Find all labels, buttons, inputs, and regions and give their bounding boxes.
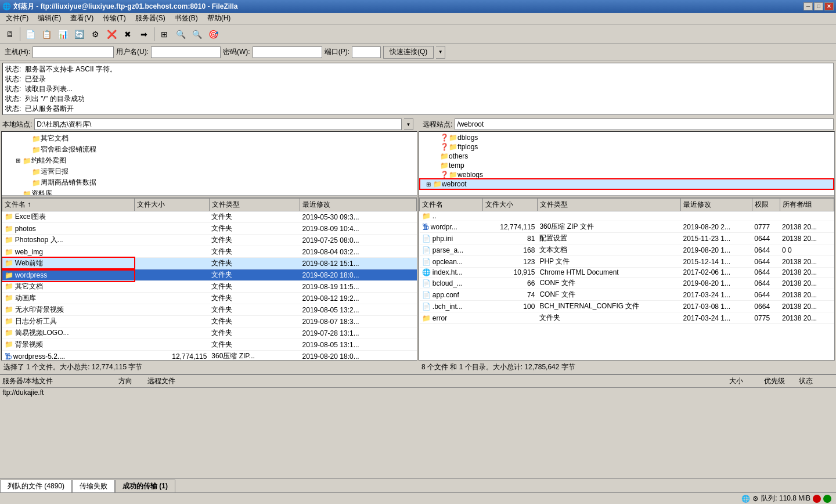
local-file-row[interactable]: 📁 wordpress 文件夹 2019-08-20 18:0... bbox=[2, 269, 417, 281]
file-owner: 0 0 bbox=[780, 244, 834, 256]
file-modified: 2019-08-05 13:2... bbox=[300, 304, 417, 316]
toolbar-btn-cancel[interactable]: ❌ bbox=[104, 27, 119, 42]
remote-file-row[interactable]: 📄 php.ini 81 配置设置 2015-11-23 1... 0644 2… bbox=[420, 233, 834, 244]
menu-file[interactable]: 文件(F) bbox=[1, 12, 33, 24]
col-filesize[interactable]: 文件大小 bbox=[134, 199, 209, 211]
local-file-row[interactable]: 📁 背景视频 文件夹 2019-08-05 13:1... bbox=[2, 339, 417, 351]
tab-queued[interactable]: 列队的文件 (4890) bbox=[0, 480, 72, 492]
file-size: 81 bbox=[483, 233, 537, 244]
local-tree-item-sales[interactable]: 📁 周期商品销售数据 bbox=[3, 177, 416, 188]
close-button[interactable]: ✕ bbox=[824, 2, 834, 10]
col-priority: 优先级 bbox=[764, 376, 799, 386]
local-path-dropdown[interactable]: ▼ bbox=[404, 118, 413, 130]
local-file-row[interactable]: 📁 无水印背景视频 文件夹 2019-08-05 13:2... bbox=[2, 304, 417, 316]
local-file-row[interactable]: 📁 其它文档 文件夹 2019-08-19 11:5... bbox=[2, 281, 417, 293]
local-file-row[interactable]: 📁 web_img 文件夹 2019-08-04 03:2... bbox=[2, 246, 417, 258]
remote-file-area[interactable]: 文件名 文件大小 文件类型 最近修改 权限 所有者/组 📁 .. 🗜 wordp… bbox=[419, 198, 834, 360]
remote-tree-item-weblogs[interactable]: ❓📁 weblogs bbox=[420, 170, 833, 179]
pass-input[interactable] bbox=[253, 46, 322, 58]
remote-file-row[interactable]: 📄 parse_a... 168 文本文档 2019-08-20 1... 06… bbox=[420, 244, 834, 256]
menu-transfer[interactable]: 传输(T) bbox=[98, 12, 130, 24]
col-filesize[interactable]: 文件大小 bbox=[483, 199, 537, 211]
menu-view[interactable]: 查看(V) bbox=[66, 12, 98, 24]
local-tree-item-other-docs[interactable]: 📁 其它文档 bbox=[3, 133, 416, 144]
local-file-row[interactable]: 📁 Excel图表 文件夹 2019-05-30 09:3... bbox=[2, 211, 417, 223]
local-tree[interactable]: 📁 其它文档 📁 宿舍租金报销流程 ⊞ 📁 约蛙外卖图 bbox=[2, 132, 417, 196]
toolbar-btn-1[interactable]: 📄 bbox=[23, 27, 38, 42]
file-type: 文件夹 bbox=[209, 269, 300, 281]
file-modified: 2019-08-20 18:0... bbox=[300, 351, 417, 361]
tab-failed[interactable]: 传输失败 bbox=[72, 480, 115, 492]
local-file-row[interactable]: 📁 日志分析工具 文件夹 2019-08-07 18:3... bbox=[2, 316, 417, 327]
connection-status-icon2 bbox=[823, 495, 831, 503]
col-perms[interactable]: 权限 bbox=[752, 199, 780, 211]
remote-file-row[interactable]: 📄 opclean... 123 PHP 文件 2015-12-14 1... … bbox=[420, 256, 834, 268]
toolbar-btn-8[interactable]: ⊞ bbox=[157, 27, 172, 42]
toolbar-btn-3[interactable]: 📊 bbox=[55, 27, 70, 42]
quick-connect-button[interactable]: 快速连接(Q) bbox=[383, 46, 434, 59]
local-file-row[interactable]: 📁 Web前端 文件夹 2019-08-12 15:1... bbox=[2, 258, 417, 269]
remote-file-row[interactable]: 📁 .. bbox=[420, 211, 834, 221]
maximize-button[interactable]: □ bbox=[814, 2, 823, 10]
connect-dropdown-button[interactable]: ▼ bbox=[436, 46, 445, 59]
local-tree-item-rental[interactable]: 📁 宿舍租金报销流程 bbox=[3, 144, 416, 155]
col-filetype[interactable]: 文件类型 bbox=[209, 199, 300, 211]
file-owner: 20138 20... bbox=[780, 278, 834, 289]
expand-icon[interactable]: ⊞ bbox=[424, 181, 433, 188]
remote-tree-item-dblogs[interactable]: ❓📁 dblogs bbox=[420, 133, 833, 142]
tab-success[interactable]: 成功的传输 (1) bbox=[115, 480, 175, 492]
local-tree-item-frog[interactable]: ⊞ 📁 约蛙外卖图 bbox=[3, 155, 416, 166]
local-path-input[interactable] bbox=[34, 118, 402, 130]
remote-file-row[interactable]: 🗜 wordpr... 12,774,115 360压缩 ZIP 文件 2019… bbox=[420, 221, 834, 233]
remote-tree-item-others[interactable]: 📁 others bbox=[420, 152, 833, 161]
menu-help[interactable]: 帮助(H) bbox=[203, 12, 236, 24]
remote-file-row[interactable]: 🌐 index.ht... 10,915 Chrome HTML Documen… bbox=[420, 268, 834, 278]
file-modified: 2019-08-12 19:2... bbox=[300, 293, 417, 304]
remote-tree-item-temp[interactable]: 📁 temp bbox=[420, 161, 833, 170]
remote-tree-item-webroot[interactable]: ⊞ 📁 webroot bbox=[420, 179, 833, 189]
titlebar-title: 刘蒸月 - ftp://liuxiyue@liuxiyue.ftp-gz01.b… bbox=[11, 2, 803, 12]
local-file-row[interactable]: 📁 动画库 文件夹 2019-08-12 19:2... bbox=[2, 293, 417, 304]
toolbar-btn-2[interactable]: 📋 bbox=[39, 27, 54, 42]
toolbar-btn-11[interactable]: 🎯 bbox=[206, 27, 221, 42]
remote-tree-item-ftplogs[interactable]: ❓📁 ftplogs bbox=[420, 142, 833, 152]
col-owner[interactable]: 所有者/组 bbox=[780, 199, 834, 211]
user-input[interactable] bbox=[151, 46, 221, 58]
toolbar-btn-6[interactable]: ✖ bbox=[120, 27, 135, 42]
host-input[interactable] bbox=[33, 46, 114, 58]
status-key-4: 状态: bbox=[5, 94, 23, 104]
local-file-row[interactable]: 📁 Photoshop 入... 文件夹 2019-07-25 08:0... bbox=[2, 235, 417, 246]
expand-icon[interactable]: ⊞ bbox=[13, 157, 23, 164]
col-filetype[interactable]: 文件类型 bbox=[537, 199, 680, 211]
menu-server[interactable]: 服务器(S) bbox=[131, 12, 170, 24]
toolbar-btn-7[interactable]: ➡ bbox=[136, 27, 152, 42]
local-file-row[interactable]: 🗜 wordpress-5.2.... 12,774,115 360压缩 ZIP… bbox=[2, 351, 417, 361]
remote-file-row[interactable]: 📄 bcloud_... 66 CONF 文件 2019-08-20 1... … bbox=[420, 278, 834, 289]
toolbar-btn-9[interactable]: 🔍 bbox=[173, 27, 188, 42]
menu-edit[interactable]: 编辑(E) bbox=[33, 12, 66, 24]
col-modified[interactable]: 最近修改 bbox=[681, 199, 752, 211]
remote-file-row[interactable]: 📄 app.conf 74 CONF 文件 2017-03-24 1... 06… bbox=[420, 289, 834, 301]
local-file-row[interactable]: 📁 photos 文件夹 2019-08-09 10:4... bbox=[2, 223, 417, 235]
col-filename[interactable]: 文件名 ↑ bbox=[2, 199, 135, 211]
toolbar-btn-10[interactable]: 🔍 bbox=[189, 27, 204, 42]
tree-label: 宿舍租金报销流程 bbox=[41, 145, 96, 154]
minimize-button[interactable]: ─ bbox=[803, 2, 813, 10]
remote-file-row[interactable]: 📁 error 文件夹 2017-03-24 1... 0775 20138 2… bbox=[420, 312, 834, 324]
file-name: 🌐 index.ht... bbox=[420, 268, 483, 278]
local-tree-item-library[interactable]: 📁 资料库 bbox=[3, 188, 416, 196]
menu-bookmark[interactable]: 书签(B) bbox=[170, 12, 203, 24]
local-tree-item-ops[interactable]: 📁 运营日报 bbox=[3, 166, 416, 177]
remote-file-row[interactable]: 📄 .bch_int... 100 BCH_INTERNAL_CONFIG 文件… bbox=[420, 301, 834, 312]
toolbar-new-connection[interactable]: 🖥 bbox=[2, 27, 17, 42]
file-perms: 0644 bbox=[752, 268, 780, 278]
remote-tree[interactable]: ❓📁 dblogs ❓📁 ftplogs 📁 others bbox=[419, 132, 834, 196]
toolbar-btn-5[interactable]: ⚙ bbox=[88, 27, 103, 42]
col-modified[interactable]: 最近修改 bbox=[300, 199, 417, 211]
remote-path-input[interactable] bbox=[455, 118, 834, 130]
port-input[interactable] bbox=[352, 46, 381, 58]
toolbar-btn-4[interactable]: 🔄 bbox=[71, 27, 87, 42]
local-file-row[interactable]: 📁 简易视频LOGO... 文件夹 2019-07-28 13:1... bbox=[2, 327, 417, 339]
local-file-area[interactable]: 文件名 ↑ 文件大小 文件类型 最近修改 📁 Excel图表 文件夹 2019-… bbox=[2, 198, 417, 360]
col-filename[interactable]: 文件名 bbox=[420, 199, 483, 211]
